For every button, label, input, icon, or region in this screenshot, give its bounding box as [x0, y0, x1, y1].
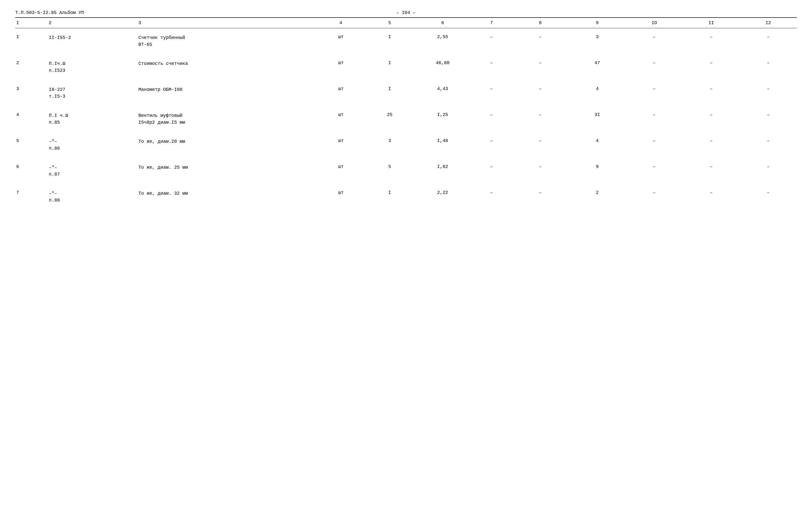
row-col-8: – [512, 85, 569, 102]
spacer-row [15, 80, 797, 85]
row-num: 2 [15, 59, 48, 76]
row-ref: I8-227т.I5-3 [48, 85, 137, 102]
row-num: I [15, 33, 48, 50]
spacer-row [15, 184, 797, 189]
table-row: 2П.Iч.Шп.I523Стоимость счетчикаштI46,80–… [15, 59, 797, 76]
row-col-9: 3 [569, 33, 626, 50]
row-col-4: шт [317, 163, 365, 179]
row-col-12: – [740, 85, 797, 102]
row-col-11: – [683, 137, 740, 153]
col-header-4: 4 [317, 18, 365, 28]
row-description: Вентиль муфтовыйI5ч8р2 диам.I5 мм [137, 111, 317, 127]
col-header-8: 8 [512, 18, 569, 28]
table-row: 6–"–п.87То же, диам. 25 ммшт5I,82––9––– [15, 163, 797, 179]
row-col-7: – [471, 85, 512, 102]
col-header-1: I [15, 18, 48, 28]
row-col-11: – [683, 33, 740, 50]
col-header-9: 9 [569, 18, 626, 28]
row-col-11: – [683, 111, 740, 127]
spacer-row [15, 153, 797, 158]
header-line: Т.П.503-5-I2.85 Альбом УП – I04 – [15, 10, 797, 15]
spacer-row [15, 54, 797, 59]
row-col-8: – [512, 163, 569, 179]
row-col-12: – [740, 163, 797, 179]
row-col-12: – [740, 111, 797, 127]
row-ref: –"–п.87 [48, 163, 137, 179]
row-col-9: 47 [569, 59, 626, 76]
spacer-row [15, 132, 797, 137]
spacer-row [15, 205, 797, 210]
row-ref: П.I ч.Шп.85 [48, 111, 137, 127]
row-description: То же, диам.20 мм [137, 137, 317, 153]
row-col-5: I [365, 85, 414, 102]
row-description: Манометр ОБМ-I00 [137, 85, 317, 102]
row-col-10: – [626, 59, 683, 76]
row-col-7: – [471, 163, 512, 179]
page-wrapper: Т.П.503-5-I2.85 Альбом УП – I04 – I 2 3 … [15, 10, 797, 210]
row-col-9: 4 [569, 137, 626, 153]
row-col-5: I [365, 59, 414, 76]
row-num: 4 [15, 111, 48, 127]
row-num: 5 [15, 137, 48, 153]
row-col-7: – [471, 33, 512, 50]
row-col-6: 46,80 [414, 59, 471, 76]
col-header-7: 7 [471, 18, 512, 28]
row-col-10: – [626, 85, 683, 102]
col-header-6: 6 [414, 18, 471, 28]
table-row: 5–"–п.86То же, диам.20 ммшт3I,48––4––– [15, 137, 797, 153]
row-col-6: 4,43 [414, 85, 471, 102]
row-col-7: – [471, 189, 512, 205]
col-header-3: 3 [137, 18, 317, 28]
row-col-12: – [740, 137, 797, 153]
row-col-11: – [683, 85, 740, 102]
row-col-9: 4 [569, 85, 626, 102]
row-ref: –"–п.88 [48, 189, 137, 205]
spacer-row [15, 127, 797, 132]
row-col-8: – [512, 59, 569, 76]
row-col-11: – [683, 163, 740, 179]
row-col-4: шт [317, 33, 365, 50]
row-col-6: 2,22 [414, 189, 471, 205]
row-col-7: – [471, 137, 512, 153]
spacer-row [15, 50, 797, 54]
col-header-11: II [683, 18, 740, 28]
row-col-12: – [740, 33, 797, 50]
table-row: 4П.I ч.Шп.85Вентиль муфтовыйI5ч8р2 диам.… [15, 111, 797, 127]
row-col-5: 25 [365, 111, 414, 127]
spacer-row [15, 102, 797, 106]
row-col-11: – [683, 59, 740, 76]
spacer-row [15, 179, 797, 184]
row-col-7: – [471, 59, 512, 76]
row-col-12: – [740, 59, 797, 76]
spacer-row [15, 158, 797, 163]
row-col-7: – [471, 111, 512, 127]
row-description: То же, диам. 32 мм [137, 189, 317, 205]
row-col-9: 2 [569, 189, 626, 205]
col-header-12: I2 [740, 18, 797, 28]
row-col-10: – [626, 137, 683, 153]
row-col-8: – [512, 111, 569, 127]
spacer-row [15, 76, 797, 80]
row-col-10: – [626, 163, 683, 179]
row-col-11: – [683, 189, 740, 205]
spacer-row [15, 28, 797, 33]
col-header-2: 2 [48, 18, 137, 28]
row-ref: II-I55-2 [48, 33, 137, 50]
row-col-6: I,82 [414, 163, 471, 179]
row-description: Счетчик турбинныйВТ-65 [137, 33, 317, 50]
row-col-8: – [512, 137, 569, 153]
row-col-8: – [512, 33, 569, 50]
row-col-10: – [626, 111, 683, 127]
main-table: I 2 3 4 5 6 7 8 9 IO II I2 III-I55-2Счет… [15, 18, 797, 210]
row-col-6: I,25 [414, 111, 471, 127]
row-col-4: шт [317, 59, 365, 76]
header-left: Т.П.503-5-I2.85 Альбом УП [15, 10, 84, 15]
row-col-8: – [512, 189, 569, 205]
row-col-9: 9 [569, 163, 626, 179]
row-ref: –"–п.86 [48, 137, 137, 153]
column-header-row: I 2 3 4 5 6 7 8 9 IO II I2 [15, 18, 797, 28]
row-col-10: – [626, 189, 683, 205]
table-row: III-I55-2Счетчик турбинныйВТ-65штI2,55––… [15, 33, 797, 50]
row-col-4: шт [317, 85, 365, 102]
row-description: Стоимость счетчика [137, 59, 317, 76]
